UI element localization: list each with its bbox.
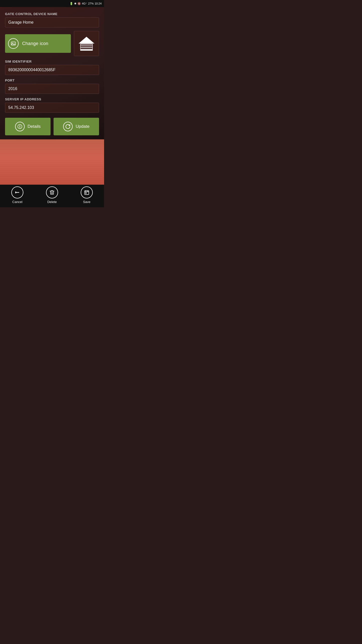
status-icons: 🔋 ✱ 🔇 4G⁺ 27% 10:24 [70,2,102,5]
mute-icon: 🔇 [77,2,81,5]
svg-rect-6 [81,48,93,49]
sim-section: SIM IDENTIFIER [5,60,99,75]
delete-label: Delete [47,200,57,204]
sim-input[interactable] [5,65,99,75]
svg-rect-5 [81,46,93,48]
cancel-icon [11,186,23,198]
delete-icon [46,186,58,198]
port-section: PORT [5,78,99,94]
info-icon [15,122,25,131]
details-label: Details [28,124,41,129]
port-label: PORT [5,78,99,82]
battery-percent: 27% [88,2,94,5]
update-button[interactable]: Update [54,118,99,135]
photo-svg [11,41,16,46]
sim-label: SIM IDENTIFIER [5,60,99,63]
time: 10:24 [95,2,102,5]
bluetooth-icon: ✱ [74,2,76,5]
svg-point-10 [19,125,20,126]
garage-svg [77,34,96,53]
svg-rect-12 [15,191,16,193]
update-label: Update [76,124,89,129]
save-icon [81,186,93,198]
svg-rect-17 [85,192,86,193]
garage-icon-preview [74,31,99,56]
server-ip-label: SERVER IP ADDRESS [5,97,99,101]
delete-nav-item[interactable]: Delete [35,186,69,204]
refresh-icon [63,122,73,131]
svg-rect-4 [81,45,93,46]
details-button[interactable]: Details [5,118,51,135]
save-label: Save [83,200,90,204]
svg-point-1 [12,43,13,44]
server-ip-section: SERVER IP ADDRESS [5,97,99,113]
image-icon [8,38,19,49]
cancel-nav-item[interactable]: Cancel [0,186,35,204]
battery-icon: 🔋 [70,2,73,5]
status-bar: 🔋 ✱ 🔇 4G⁺ 27% 10:24 [0,0,104,7]
change-icon-label: Change icon [22,41,48,46]
device-name-input[interactable] [5,17,99,27]
svg-rect-15 [85,190,89,194]
action-buttons: Details Update [5,118,99,135]
bottom-nav: Cancel Delete Save [0,185,104,207]
device-name-section: GATE CONTROL DEVICE NAME [5,12,99,27]
server-ip-input[interactable] [5,103,99,113]
save-nav-item[interactable]: Save [69,186,104,204]
device-name-label: GATE CONTROL DEVICE NAME [5,12,99,16]
svg-marker-2 [79,37,95,44]
gradient-filler [0,139,104,185]
cancel-label: Cancel [12,200,22,204]
main-form: GATE CONTROL DEVICE NAME Change icon [0,7,104,139]
signal-icon: 4G⁺ [82,2,87,5]
port-input[interactable] [5,84,99,94]
change-icon-button[interactable]: Change icon [5,34,71,53]
icon-section: Change icon [5,31,99,56]
